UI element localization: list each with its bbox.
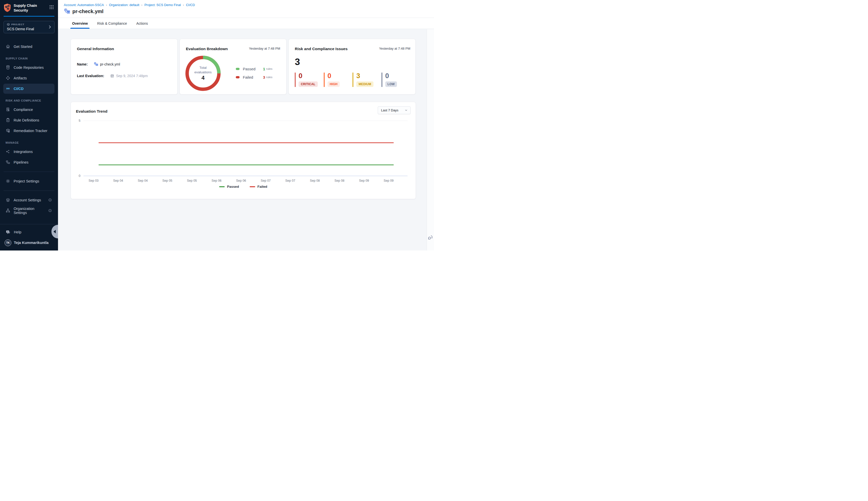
sidebar-item-artifacts[interactable]: Artifacts	[0, 73, 58, 83]
name-value: pr-check.yml	[94, 62, 120, 66]
content: General Information Name:	[58, 29, 434, 199]
user-menu[interactable]: TK Teja Kummarikuntla	[0, 237, 58, 248]
general-information-card: General Information Name:	[71, 39, 178, 95]
pipelines-icon	[6, 160, 10, 164]
chat-bubbles-icon[interactable]	[428, 235, 433, 241]
sidebar-item-rule-definitions[interactable]: Rule Definitions	[0, 115, 58, 126]
severity-medium: 3 MEDIUM	[353, 73, 381, 87]
legend-row-failed: Failed 3 rules	[236, 74, 272, 80]
name-label: Name:	[77, 62, 88, 66]
sidebar-item-label: Get Started	[14, 45, 32, 49]
sidebar-item-label: CI/CD	[14, 87, 23, 91]
sidebar-item-account-settings[interactable]: Account Settings	[0, 195, 58, 205]
sidebar-item-project-settings[interactable]: Project Settings	[0, 176, 58, 186]
tab-actions[interactable]: Actions	[136, 18, 148, 29]
last-evaluation-row: Last Evaluation:	[77, 73, 171, 79]
avatar: TK	[4, 239, 11, 246]
time-range-value: Last 7 Days	[381, 108, 398, 112]
right-rail	[427, 29, 434, 250]
card-title: General Information	[77, 46, 171, 51]
severity-high: 0 HIGH	[324, 73, 353, 87]
help-label: Help	[14, 230, 21, 234]
risk-compliance-issues-card: Risk and Compliance Issues Yesterday at …	[289, 39, 416, 95]
brand-title: Supply Chain Security	[14, 3, 37, 13]
timestamp: Yesterday at 7:48 PM	[249, 46, 280, 50]
artifacts-icon	[6, 76, 10, 81]
sidebar-nav: Get Started SUPPLY CHAIN Code Repositori…	[0, 41, 58, 216]
layers-icon	[6, 198, 10, 202]
main-area: Account: Automation-SSCA › Organization:…	[58, 0, 434, 250]
sidebar-item-label: Rule Definitions	[14, 118, 39, 122]
info-icon[interactable]	[48, 198, 52, 202]
svg-text:Sep 08: Sep 08	[310, 179, 320, 182]
time-range-dropdown[interactable]: Last 7 Days	[378, 106, 410, 114]
module-accent-bar	[3, 16, 54, 17]
sidebar-item-compliance[interactable]: Compliance	[0, 104, 58, 115]
svg-text:Sep 06: Sep 06	[212, 179, 222, 182]
trend-legend: Passed Failed	[71, 185, 416, 189]
tab-overview[interactable]: Overview	[72, 18, 88, 29]
total-issues-count: 3	[295, 57, 410, 66]
sidebar-item-remediation-tracker[interactable]: Remediation Tracker	[0, 126, 58, 136]
breadcrumb-separator: ›	[104, 3, 109, 7]
breadcrumb-cicd-link[interactable]: CI/CD	[186, 3, 195, 7]
repository-icon	[6, 65, 10, 70]
breadcrumb-organization-link[interactable]: Organization: default	[109, 3, 139, 7]
sidebar-item-organization-settings[interactable]: Organization Settings	[0, 205, 58, 216]
sidebar-item-pipelines[interactable]: Pipelines	[0, 157, 58, 168]
svg-text:Sep 04: Sep 04	[138, 179, 148, 182]
svg-text:Sep 06: Sep 06	[236, 179, 246, 182]
breadcrumb-account-link[interactable]: Account: Automation-SSCA	[64, 3, 104, 7]
breadcrumb: Account: Automation-SSCA › Organization:…	[64, 3, 434, 7]
trend-line-chart: 50Sep 03Sep 04Sep 04Sep 05Sep 05Sep 06Se…	[71, 114, 416, 189]
tab-risk-compliance[interactable]: Risk & Compliance	[97, 18, 127, 29]
name-row: Name: pr-chec	[77, 61, 171, 67]
section-supply-chain: SUPPLY CHAIN	[0, 52, 58, 62]
svg-text:Sep 04: Sep 04	[113, 179, 123, 182]
svg-text:Sep 03: Sep 03	[88, 179, 98, 182]
sidebar-item-get-started[interactable]: Get Started	[0, 41, 58, 52]
chevron-left-icon	[53, 230, 56, 233]
severity-critical: 0 CRITICAL	[295, 73, 324, 87]
sidebar-item-label: Artifacts	[14, 76, 27, 80]
failed-dot-icon	[236, 76, 240, 78]
app-root: Supply Chain Security PROJECT	[0, 0, 434, 250]
integrations-icon	[6, 149, 10, 154]
tab-bar: Overview Risk & Compliance Actions	[58, 18, 434, 29]
sidebar-item-cicd[interactable]: CI/CD	[3, 84, 54, 94]
status-badge: MEDIUM	[356, 82, 374, 87]
sidebar-item-label: Project Settings	[14, 179, 39, 183]
sidebar-item-label: Integrations	[14, 150, 33, 154]
card-title: Risk and Compliance Issues	[295, 46, 347, 51]
donut-legend: Passed 1 rules Failed 3 rules	[236, 66, 272, 80]
sidebar-item-code-repositories[interactable]: Code Repositories	[0, 62, 58, 73]
cube-icon	[7, 23, 10, 26]
info-icon[interactable]	[48, 209, 52, 212]
sidebar-item-label: Organization Settings	[14, 207, 45, 215]
last-evaluation-label: Last Evaluation:	[77, 74, 104, 78]
user-name: Teja Kummarikuntla	[14, 241, 49, 245]
sidebar-footer: ? Help TK Teja Kummarikuntla	[0, 224, 58, 250]
svg-text:Sep 08: Sep 08	[334, 179, 344, 182]
help-button[interactable]: ? Help	[0, 227, 58, 237]
calendar-icon	[110, 74, 114, 78]
apps-grid-icon[interactable]	[49, 5, 54, 10]
breadcrumb-project-link[interactable]: Project: SCS Demo Final	[145, 3, 181, 7]
severity-low: 0 LOW	[381, 73, 410, 87]
sidebar-item-integrations[interactable]: Integrations	[0, 147, 58, 157]
evaluation-breakdown-card: Evaluation Breakdown Yesterday at 7:48 P…	[179, 39, 286, 95]
passed-line-swatch	[219, 186, 225, 187]
breadcrumb-separator: ›	[139, 3, 144, 7]
svg-text:Sep 07: Sep 07	[285, 179, 295, 182]
box-check-icon	[6, 128, 10, 133]
project-selector[interactable]: PROJECT SCS Demo Final	[3, 21, 54, 33]
summary-cards-row: General Information Name:	[71, 39, 434, 95]
evaluation-trend-card: Evaluation Trend Last 7 Days 50Sep 03Sep…	[71, 102, 416, 199]
timestamp: Yesterday at 7:48 PM	[379, 46, 410, 50]
evaluations-donut-chart: Total evaluations 4	[184, 54, 222, 92]
document-search-icon	[6, 107, 10, 112]
infinity-icon	[6, 86, 10, 91]
sidebar-item-label: Compliance	[14, 108, 33, 111]
legend-failed: Failed	[250, 185, 267, 189]
svg-text:Sep 07: Sep 07	[261, 179, 271, 182]
